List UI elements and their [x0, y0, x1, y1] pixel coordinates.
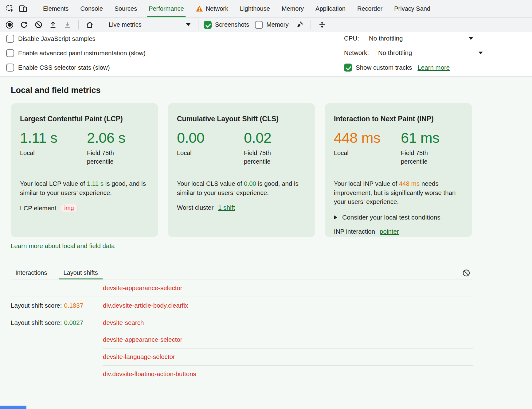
lcp-local-value: 1.11 s	[20, 129, 87, 146]
clear-log-button[interactable]	[461, 268, 471, 278]
score-value: 0.0027	[64, 319, 83, 326]
card-divider	[20, 172, 149, 172]
disable-js-samples-checkbox[interactable]	[6, 35, 14, 43]
record-and-reload-button[interactable]	[18, 19, 30, 30]
tab-performance[interactable]: Performance	[143, 0, 190, 17]
clear-button[interactable]	[33, 19, 44, 30]
history-select[interactable]: Live metrics	[106, 19, 193, 30]
tab-sources[interactable]: Sources	[109, 0, 143, 17]
live-metrics-view: Local and field metrics Largest Contentf…	[0, 77, 532, 409]
advanced-paint-checkbox[interactable]	[6, 49, 14, 57]
lcp-card: Largest Contentful Paint (LCP) 1.11 s Lo…	[11, 103, 158, 237]
tab-recorder[interactable]: Recorder	[351, 0, 388, 17]
css-selector-stats-toggle[interactable]: Enable CSS selector stats (slow)	[6, 64, 110, 72]
screenshots-checkbox[interactable]	[204, 21, 212, 29]
device-toolbar-icon	[18, 4, 28, 13]
live-metrics-home-button[interactable]	[84, 19, 96, 30]
tab-lighthouse[interactable]: Lighthouse	[234, 0, 276, 17]
tab-label: Network	[206, 5, 228, 12]
cls-desc-prefix: Your local CLS value of	[177, 180, 244, 187]
toolbar-separator	[198, 20, 198, 29]
score-value: 0.1837	[64, 302, 83, 309]
inp-card-title: Interaction to Next Paint (INP)	[334, 115, 463, 123]
disable-js-samples-toggle[interactable]: Disable JavaScript samples	[6, 35, 96, 43]
load-profile-button[interactable]	[47, 19, 59, 30]
local-test-conditions-disclosure[interactable]: Consider your local test conditions	[334, 214, 463, 221]
performance-toolbar: Live metrics Screenshots Memory	[0, 18, 532, 32]
collect-garbage-button[interactable]	[294, 19, 305, 30]
inp-description: Your local INP value of 448 ms needs imp…	[334, 179, 463, 206]
lcp-card-title: Largest Contentful Paint (LCP)	[20, 115, 149, 123]
memory-toggle[interactable]: Memory	[255, 21, 288, 29]
css-selector-stats-checkbox[interactable]	[6, 64, 14, 72]
node-link[interactable]: devsite-search	[103, 319, 144, 326]
tab-privacy-sandbox[interactable]: Privacy Sand	[388, 0, 436, 17]
layout-shift-row: devsite-appearance-selector	[11, 331, 473, 348]
save-profile-button[interactable]	[61, 19, 73, 30]
chevron-down-icon	[469, 37, 473, 40]
score-label: Layout shift score:	[11, 302, 62, 309]
memory-checkbox[interactable]	[255, 21, 263, 29]
panel-tabs: Elements Console Sources Performance Net…	[37, 0, 436, 17]
node-link[interactable]: div.devsite-floating-action-buttons	[103, 370, 196, 376]
layout-shift-row: div.devsite-floating-action-buttons	[11, 365, 473, 376]
tab-label: Application	[315, 5, 346, 12]
local-test-conditions-label: Consider your local test conditions	[342, 214, 440, 221]
tab-label: Elements	[43, 5, 68, 12]
network-throttling-select[interactable]: Network: No throttling	[344, 49, 483, 56]
cls-field-value: 0.02	[244, 129, 282, 146]
tab-network[interactable]: Network	[190, 0, 234, 17]
screenshots-label: Screenshots	[215, 21, 249, 28]
setting-label: Enable CSS selector stats (slow)	[18, 64, 110, 71]
log-tabs: Interactions Layout shifts	[11, 267, 473, 279]
setting-label: Disable JavaScript samples	[18, 35, 96, 42]
learn-more-local-field-link[interactable]: Learn more about local and field data	[11, 242, 115, 250]
card-divider	[334, 172, 463, 172]
tab-label: Recorder	[357, 5, 382, 12]
screenshots-toggle[interactable]: Screenshots	[204, 21, 249, 29]
tab-layout-shifts[interactable]: Layout shifts	[59, 267, 102, 279]
tab-label: Performance	[149, 5, 184, 12]
inp-interaction-label: INP interaction	[334, 228, 375, 235]
toolbar-separator	[78, 20, 79, 29]
cls-worst-cluster-link[interactable]: 1 shift	[218, 204, 235, 211]
node-link[interactable]: devsite-language-selector	[103, 353, 175, 360]
network-value: No throttling	[378, 49, 412, 56]
collapse-tracks-button[interactable]	[316, 19, 328, 30]
lcp-description: Your local LCP value of 1.11 s is good, …	[20, 179, 149, 197]
cls-local-value: 0.00	[177, 129, 244, 146]
log-tab-label: Interactions	[15, 269, 47, 276]
tab-label: Lighthouse	[240, 5, 270, 12]
cls-local-label: Local	[177, 149, 215, 157]
show-custom-tracks-row: Show custom tracks Learn more	[344, 64, 450, 72]
custom-tracks-learn-more-link[interactable]: Learn more	[417, 64, 450, 71]
cpu-throttling-select[interactable]: CPU: No throttling	[344, 35, 473, 42]
inspect-element-button[interactable]	[4, 2, 17, 15]
inp-interaction-link[interactable]: pointer	[380, 228, 399, 235]
metrics-log: Interactions Layout shifts devsite-appea…	[11, 267, 473, 376]
show-custom-tracks-checkbox[interactable]	[344, 64, 352, 72]
lcp-local-label: Local	[20, 149, 58, 157]
layout-shift-row: Layout shift score:0.0027 devsite-search	[11, 314, 473, 331]
advanced-paint-toggle[interactable]: Enable advanced paint instrumentation (s…	[6, 49, 146, 57]
tab-interactions[interactable]: Interactions	[11, 267, 52, 279]
broom-icon	[295, 21, 304, 29]
node-link[interactable]: div.devsite-article-body.clearfix	[103, 302, 188, 309]
tab-memory[interactable]: Memory	[276, 0, 310, 17]
disclosure-triangle-icon	[334, 215, 337, 220]
chevron-down-icon	[479, 52, 483, 54]
log-tab-label: Layout shifts	[63, 269, 98, 276]
node-link[interactable]: devsite-appearance-selector	[103, 284, 182, 292]
tab-elements[interactable]: Elements	[37, 0, 74, 17]
record-button[interactable]	[4, 19, 15, 30]
lcp-desc-prefix: Your local LCP value of	[20, 180, 87, 187]
tab-application[interactable]: Application	[310, 0, 351, 17]
node-link[interactable]: devsite-appearance-selector	[103, 336, 182, 343]
inp-local-label: Local	[334, 149, 372, 157]
tab-console[interactable]: Console	[74, 0, 108, 17]
inp-field-value: 61 ms	[401, 129, 440, 146]
lcp-desc-value: 1.11 s	[87, 180, 104, 187]
lcp-element-node-link[interactable]: img	[61, 204, 77, 212]
page-title: Local and field metrics	[11, 86, 101, 95]
device-toolbar-button[interactable]	[17, 2, 29, 15]
